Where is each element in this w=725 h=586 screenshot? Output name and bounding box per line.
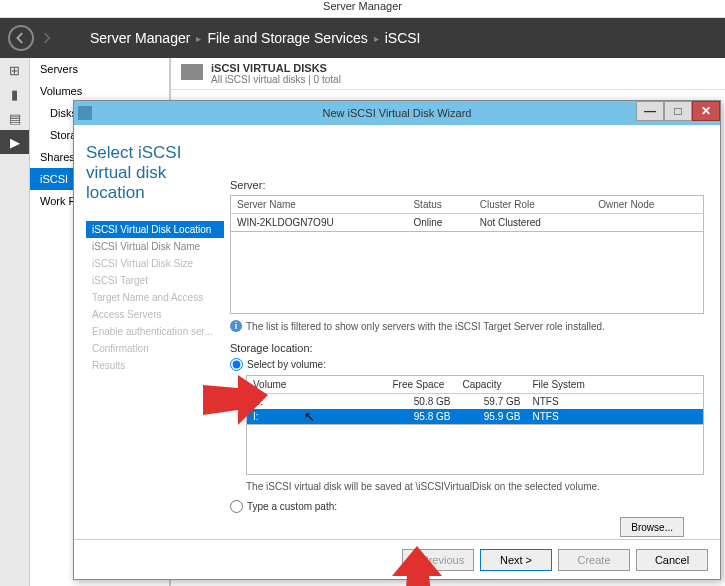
server-owner-cell — [592, 214, 703, 232]
radio-path-input[interactable] — [230, 500, 243, 513]
volume-row-c[interactable]: C: 50.8 GB 59.7 GB NTFS — [247, 394, 704, 410]
col-status[interactable]: Status — [407, 196, 473, 214]
info-icon: i — [230, 320, 242, 332]
col-free-space[interactable]: Free Space — [387, 376, 457, 394]
step-name[interactable]: iSCSI Virtual Disk Name — [86, 238, 224, 255]
filter-note: i The list is filtered to show only serv… — [230, 320, 704, 332]
wizard-dialog: New iSCSI Virtual Disk Wizard — □ ✕ Sele… — [73, 100, 721, 580]
server-table[interactable]: Server Name Status Cluster Role Owner No… — [230, 195, 704, 232]
chevron-right-icon: ▸ — [196, 33, 201, 44]
arrow-right-icon — [41, 32, 53, 44]
step-auth: Enable authentication ser... — [86, 323, 224, 340]
step-confirmation: Confirmation — [86, 340, 224, 357]
server-row[interactable]: WIN-2KLDOGN7O9U Online Not Clustered — [231, 214, 704, 232]
wizard-content: Server: Server Name Status Cluster Role … — [224, 125, 720, 539]
main-subtitle: All iSCSI virtual disks | 0 total — [211, 74, 341, 85]
volume-row-i[interactable]: I: 95.8 GB 95.9 GB NTFS — [247, 409, 704, 425]
step-target: iSCSI Target — [86, 272, 224, 289]
col-server-name[interactable]: Server Name — [231, 196, 408, 214]
icon-strip: ⊞ ▮ ▤ ▶ — [0, 58, 30, 586]
close-button[interactable]: ✕ — [692, 101, 720, 121]
storage-location-label: Storage location: — [230, 342, 704, 354]
vol-c-cap: 59.7 GB — [457, 394, 527, 410]
step-size: iSCSI Virtual Disk Size — [86, 255, 224, 272]
volume-list-pane — [246, 425, 704, 475]
breadcrumb-section[interactable]: File and Storage Services — [207, 30, 367, 46]
vol-i-free: 95.8 GB — [387, 409, 457, 425]
vol-c-free: 50.8 GB — [387, 394, 457, 410]
arrow-left-icon — [15, 32, 27, 44]
server-status-cell: Online — [407, 214, 473, 232]
breadcrumb: Server Manager ▸ File and Storage Servic… — [90, 30, 421, 46]
create-button: Create — [558, 549, 630, 571]
chevron-right-icon: ▸ — [374, 33, 379, 44]
vol-i-cap: 95.9 GB — [457, 409, 527, 425]
radio-custom-path[interactable]: Type a custom path: — [230, 500, 704, 513]
vol-i-fs: NTFS — [527, 409, 704, 425]
server-name-cell: WIN-2KLDOGN7O9U — [231, 214, 408, 232]
vol-c-fs: NTFS — [527, 394, 704, 410]
app-titlebar: Server Manager — [0, 0, 725, 18]
step-location[interactable]: iSCSI Virtual Disk Location — [86, 221, 224, 238]
server-label: Server: — [230, 179, 704, 191]
browse-button[interactable]: Browse... — [620, 517, 684, 537]
step-access-servers: Access Servers — [86, 306, 224, 323]
svg-marker-1 — [392, 546, 442, 586]
next-button[interactable]: Next > — [480, 549, 552, 571]
wizard-steps: Select iSCSI virtual disk location iSCSI… — [74, 125, 224, 539]
volume-table[interactable]: Volume Free Space Capacity File System C… — [246, 375, 704, 425]
back-button[interactable] — [8, 25, 34, 51]
radio-volume-label: Select by volume: — [247, 359, 326, 370]
maximize-button[interactable]: □ — [664, 101, 692, 121]
header-bar: Server Manager ▸ File and Storage Servic… — [0, 18, 725, 58]
filter-note-text: The list is filtered to show only server… — [246, 321, 605, 332]
breadcrumb-root[interactable]: Server Manager — [90, 30, 190, 46]
wizard-titlebar[interactable]: New iSCSI Virtual Disk Wizard — □ ✕ — [74, 101, 720, 125]
svg-marker-0 — [203, 375, 268, 425]
col-file-system[interactable]: File System — [527, 376, 704, 394]
cancel-button[interactable]: Cancel — [636, 549, 708, 571]
server-role-cell: Not Clustered — [474, 214, 593, 232]
wizard-heading: Select iSCSI virtual disk location — [86, 143, 224, 203]
save-location-note: The iSCSI virtual disk will be saved at … — [246, 481, 704, 492]
sidebar-item-servers[interactable]: Servers — [30, 58, 169, 80]
main-header: iSCSI VIRTUAL DISKS All iSCSI virtual di… — [171, 58, 725, 90]
radio-select-by-volume[interactable]: Select by volume: — [230, 358, 704, 371]
disks-icon[interactable]: ▤ — [0, 106, 29, 130]
server-list-pane — [230, 232, 704, 314]
storage-icon[interactable]: ▶ — [0, 130, 29, 154]
volumes-icon[interactable]: ▮ — [0, 82, 29, 106]
radio-path-label: Type a custom path: — [247, 501, 337, 512]
disk-icon — [181, 64, 203, 80]
col-cluster-role[interactable]: Cluster Role — [474, 196, 593, 214]
servers-icon[interactable]: ⊞ — [0, 58, 29, 82]
main-title: iSCSI VIRTUAL DISKS — [211, 62, 341, 74]
step-target-name: Target Name and Access — [86, 289, 224, 306]
col-owner-node[interactable]: Owner Node — [592, 196, 703, 214]
forward-button[interactable] — [38, 25, 56, 51]
sidebar-item-volumes[interactable]: Volumes — [30, 80, 169, 102]
minimize-button[interactable]: — — [636, 101, 664, 121]
wizard-icon — [78, 106, 92, 120]
breadcrumb-page[interactable]: iSCSI — [385, 30, 421, 46]
wizard-title-text: New iSCSI Virtual Disk Wizard — [323, 107, 472, 119]
col-capacity[interactable]: Capacity — [457, 376, 527, 394]
